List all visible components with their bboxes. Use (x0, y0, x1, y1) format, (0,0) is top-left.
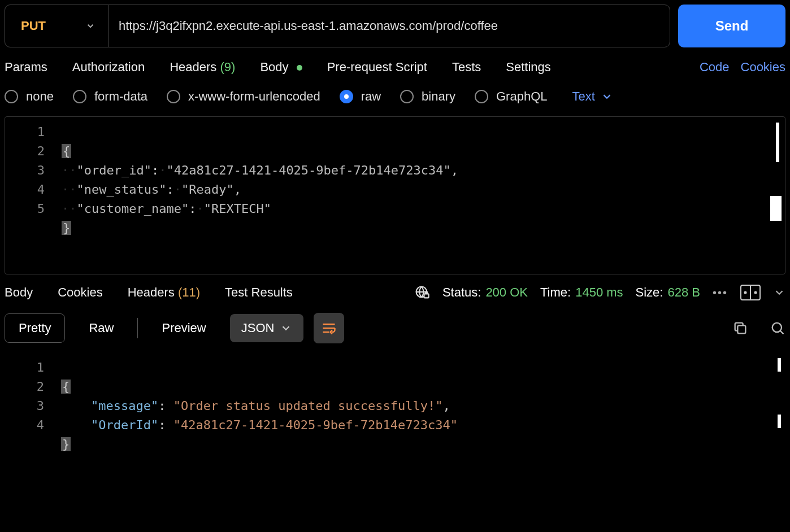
response-actions-right (732, 320, 785, 336)
brace-open: { (62, 144, 71, 158)
size-value: 628 B (667, 285, 700, 300)
tabs-left-group: Params Authorization Headers (9) Body Pr… (5, 60, 551, 75)
radio-icon (73, 90, 86, 103)
svg-rect-8 (737, 325, 745, 333)
tab-prerequest[interactable]: Pre-request Script (327, 60, 427, 75)
body-type-raw[interactable]: raw (340, 89, 381, 104)
body-active-dot-icon (297, 65, 302, 71)
time-value: 1450 ms (575, 285, 623, 300)
line-gutter: 1 2 3 4 5 (5, 117, 56, 274)
search-icon[interactable] (770, 320, 785, 336)
line-number: 3 (5, 396, 44, 416)
scrollbar-thumb[interactable] (778, 358, 781, 372)
json-value: "42a81c27-1421-4025-9bef-72b14e723c34" (173, 418, 458, 432)
svg-point-9 (772, 323, 782, 332)
chevron-down-icon (280, 322, 292, 334)
tab-settings[interactable]: Settings (506, 60, 551, 75)
view-preview-button[interactable]: Preview (148, 314, 219, 342)
tab-authorization[interactable]: Authorization (72, 60, 145, 75)
brace-close: } (61, 437, 71, 451)
chevron-down-icon (601, 90, 613, 103)
response-format-select[interactable]: JSON (230, 314, 304, 342)
view-raw-button[interactable]: Raw (75, 314, 127, 342)
json-value: "Ready" (181, 182, 234, 197)
cookies-link[interactable]: Cookies (741, 60, 785, 75)
panel-toggle-icon[interactable] (740, 285, 761, 300)
status-block: Status: 200 OK Time: 1450 ms Size: 628 B… (414, 285, 785, 300)
brace-close: } (62, 221, 71, 235)
response-tab-headers-label: Headers (128, 285, 175, 299)
chevron-down-icon (85, 21, 96, 31)
json-key: "OrderId" (91, 418, 158, 432)
brace-open: { (61, 380, 71, 394)
body-type-row: none form-data x-www-form-urlencoded raw… (5, 89, 785, 104)
view-pretty-button[interactable]: Pretty (5, 313, 65, 343)
svg-point-5 (755, 292, 757, 294)
svg-line-10 (780, 331, 784, 334)
line-number: 4 (5, 180, 45, 199)
response-headers-count: (11) (178, 285, 200, 299)
more-icon[interactable]: ••• (713, 286, 728, 299)
code-area: { "message": "Order status updated succe… (55, 352, 785, 454)
tabs-right-group: Code Cookies (700, 60, 785, 75)
line-number: 3 (5, 161, 45, 180)
body-type-urlencoded-label: x-www-form-urlencoded (188, 89, 320, 104)
wrap-lines-button[interactable] (314, 313, 344, 343)
status-value: 200 OK (485, 285, 528, 300)
copy-icon[interactable] (732, 320, 748, 336)
scrollbar-thumb[interactable] (778, 415, 781, 428)
json-key: "order_id" (77, 163, 151, 177)
line-number: 2 (5, 377, 44, 396)
code-link[interactable]: Code (700, 60, 730, 75)
body-type-graphql-label: GraphQL (496, 89, 548, 104)
body-type-none-label: none (26, 89, 54, 104)
line-number: 2 (5, 142, 45, 161)
scrollbar-thumb[interactable] (776, 123, 779, 162)
response-view-controls: Pretty Raw Preview JSON (5, 313, 785, 343)
headers-count: (9) (220, 60, 236, 74)
status-label: Status: (442, 285, 481, 300)
radio-icon (400, 90, 414, 103)
body-type-none[interactable]: none (5, 89, 54, 104)
http-method-label: PUT (21, 19, 46, 33)
request-body-editor[interactable]: 1 2 3 4 5 { ··"order_id":·"42a81c27-1421… (5, 116, 785, 274)
globe-lock-icon[interactable] (414, 285, 430, 300)
body-format-select[interactable]: Text (572, 89, 613, 104)
body-type-graphql[interactable]: GraphQL (475, 89, 548, 104)
body-type-raw-label: raw (361, 89, 381, 104)
body-type-binary-label: binary (422, 89, 455, 104)
response-tab-test-results[interactable]: Test Results (225, 285, 293, 300)
body-type-urlencoded[interactable]: x-www-form-urlencoded (167, 89, 320, 104)
size-label: Size: (636, 285, 663, 300)
method-url-group: PUT (5, 5, 670, 47)
json-value: "REXTECH" (204, 202, 271, 216)
request-tabs: Params Authorization Headers (9) Body Pr… (5, 60, 785, 75)
json-key: "message" (91, 399, 158, 413)
url-input[interactable] (108, 5, 670, 47)
send-button[interactable]: Send (678, 5, 785, 47)
radio-icon (167, 90, 180, 103)
line-number: 1 (5, 358, 44, 377)
json-value: "42a81c27-1421-4025-9bef-72b14e723c34" (166, 163, 450, 177)
json-value: "Order status updated successfully!" (173, 399, 443, 413)
response-tab-body[interactable]: Body (5, 285, 33, 300)
tab-body[interactable]: Body (260, 60, 302, 75)
radio-icon (475, 90, 488, 103)
tab-params[interactable]: Params (5, 60, 47, 75)
response-tab-headers[interactable]: Headers (11) (128, 285, 200, 300)
body-type-form-data-label: form-data (94, 89, 147, 104)
chevron-down-icon[interactable] (773, 286, 785, 299)
body-type-form-data[interactable]: form-data (73, 89, 147, 104)
request-bar: PUT Send (5, 5, 785, 47)
tab-headers[interactable]: Headers (9) (170, 60, 235, 75)
tab-headers-label: Headers (170, 60, 216, 74)
http-method-select[interactable]: PUT (5, 5, 108, 47)
json-key: "new_status" (77, 182, 167, 197)
json-key: "customer_name" (77, 202, 189, 216)
body-type-binary[interactable]: binary (400, 89, 455, 104)
response-body-viewer[interactable]: 1 2 3 4 { "message": "Order status updat… (5, 352, 785, 454)
cursor-icon (770, 196, 782, 221)
response-tabs: Body Cookies Headers (11) Test Results S… (5, 285, 785, 300)
tab-tests[interactable]: Tests (452, 60, 481, 75)
code-area[interactable]: { ··"order_id":·"42a81c27-1421-4025-9bef… (56, 117, 785, 274)
